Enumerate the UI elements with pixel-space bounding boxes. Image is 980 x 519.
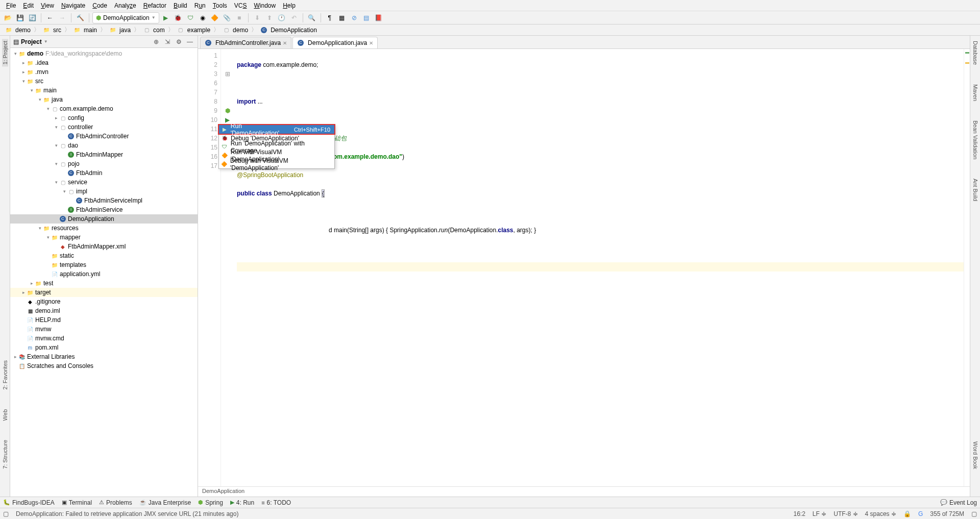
tree-pkg[interactable]: ▾▢com.example.demo — [10, 104, 198, 113]
tab-beanvalidation[interactable]: Bean Validation — [972, 118, 978, 161]
open-icon[interactable]: 📂 — [2, 12, 13, 23]
bc-class[interactable]: CDemoApplication — [258, 27, 319, 34]
tree-service[interactable]: ▾▢service — [10, 178, 198, 187]
tree-impl[interactable]: ▾▢impl — [10, 187, 198, 196]
status-box-icon[interactable]: ▢ — [971, 510, 977, 517]
block-icon[interactable]: ⊘ — [349, 12, 360, 23]
visualvm-icon[interactable]: 🔶 — [209, 12, 220, 23]
menu-navigate[interactable]: Navigate — [58, 1, 88, 10]
tool-eventlog[interactable]: 💬Event Log — [940, 499, 977, 506]
tree-src[interactable]: ▾📁src — [10, 77, 198, 86]
status-sep[interactable]: LF ≑ — [813, 510, 826, 517]
tree-pojo[interactable]: ▾▢pojo — [10, 159, 198, 168]
tree-java[interactable]: ▾📁java — [10, 95, 198, 104]
tree-templates[interactable]: 📁templates — [10, 260, 198, 269]
vcs-revert-icon[interactable]: ↶ — [288, 12, 300, 23]
tree-applicationyml[interactable]: 📄application.yml — [10, 269, 198, 279]
tree-gitignore[interactable]: ◆.gitignore — [10, 297, 198, 306]
tree-mvn[interactable]: ▸📁.mvn — [10, 67, 198, 77]
tree-target[interactable]: ▸📁target — [10, 288, 198, 297]
tab-database[interactable]: Database — [972, 39, 978, 67]
status-enc[interactable]: UTF-8 ≑ — [834, 510, 857, 517]
tab-maven[interactable]: Maven — [972, 82, 978, 103]
tab-wordbook[interactable]: Word Book — [972, 439, 978, 471]
status-translate-icon[interactable]: G — [918, 510, 923, 517]
status-toggle-icon[interactable]: ▢ — [3, 510, 9, 517]
tool-todo[interactable]: ≡6: TODO — [261, 499, 291, 506]
tree-resources[interactable]: ▾📁resources — [10, 224, 198, 233]
close-icon[interactable]: ✕ — [369, 40, 373, 46]
tab-demoapplication[interactable]: CDemoApplication.java✕ — [292, 37, 378, 48]
smart-icon[interactable]: ▦ — [336, 12, 348, 23]
forward-icon[interactable]: → — [57, 12, 68, 23]
vcs-history-icon[interactable]: 🕐 — [276, 12, 287, 23]
tab-structure[interactable]: 7: Structure — [2, 438, 8, 471]
menu-run[interactable]: Run — [191, 1, 209, 10]
tree-extlib[interactable]: ▸📚External Libraries — [10, 352, 198, 361]
menu-tools[interactable]: Tools — [210, 1, 230, 10]
menu-edit[interactable]: Edit — [20, 1, 37, 10]
stop-icon[interactable]: ■ — [234, 12, 245, 23]
tree-mvnw[interactable]: 📄mvnw — [10, 325, 198, 334]
ctx-visualvm-debug[interactable]: 🔶 Debug with VisualVM 'DemoApplication' — [219, 160, 334, 168]
coverage-icon[interactable]: 🛡 — [185, 12, 196, 23]
tree-ftbadmincontroller[interactable]: CFtbAdminController — [10, 132, 198, 141]
doc-icon[interactable]: 📕 — [373, 12, 384, 23]
tool-spring[interactable]: ⬢Spring — [198, 499, 223, 506]
menu-window[interactable]: Window — [251, 1, 279, 10]
gear-icon[interactable]: ⚙ — [174, 37, 183, 46]
tree-config[interactable]: ▸▢config — [10, 113, 198, 122]
close-icon[interactable]: ✕ — [283, 40, 287, 46]
bc-main[interactable]: 📁main — [71, 27, 99, 34]
project-tree[interactable]: ▾📁demoF:\idea_workingspace\demo ▸📁.idea … — [10, 48, 198, 497]
chevron-down-icon[interactable]: ▼ — [44, 39, 48, 44]
menu-vcs[interactable]: VCS — [231, 1, 250, 10]
tree-ftbadmin[interactable]: CFtbAdmin — [10, 168, 198, 178]
attach-icon[interactable]: 📎 — [222, 12, 233, 23]
tree-ftbadminmapper[interactable]: IFtbAdminMapper — [10, 150, 198, 159]
overview-ruler[interactable] — [964, 49, 970, 486]
tree-demoiml[interactable]: ▦demo.iml — [10, 306, 198, 315]
tool-run[interactable]: ▶4: Run — [230, 499, 254, 506]
tree-main[interactable]: ▾📁main — [10, 86, 198, 95]
bc-demo2[interactable]: ▢demo — [220, 27, 250, 34]
bc-com[interactable]: ▢com — [141, 27, 167, 34]
menu-file[interactable]: File — [3, 1, 19, 10]
save-icon[interactable]: 💾 — [14, 12, 26, 23]
locate-icon[interactable]: ⊕ — [152, 37, 161, 46]
menu-refactor[interactable]: Refactor — [140, 1, 169, 10]
code-area[interactable]: package com.example.demo; import ... //开… — [234, 49, 964, 486]
tree-ftbadminmapperxml[interactable]: ◆FtbAdminMapper.xml — [10, 242, 198, 251]
tree-pomxml[interactable]: mpom.xml — [10, 343, 198, 352]
status-mem[interactable]: 355 of 725M — [930, 510, 964, 517]
tree-test[interactable]: ▸📁test — [10, 279, 198, 288]
tab-web[interactable]: Web — [2, 407, 8, 423]
bc-java[interactable]: 📁java — [107, 27, 133, 34]
tool-terminal[interactable]: ▣Terminal — [62, 499, 92, 506]
tree-mvnwcmd[interactable]: 📄mvnw.cmd — [10, 334, 198, 343]
expand-icon[interactable]: ⇲ — [163, 37, 172, 46]
tree-idea[interactable]: ▸📁.idea — [10, 58, 198, 67]
tree-static[interactable]: 📁static — [10, 251, 198, 260]
menu-build[interactable]: Build — [170, 1, 190, 10]
tree-demoapplication[interactable]: CDemoApplication — [10, 214, 198, 224]
tree-helpmd[interactable]: 📄HELP.md — [10, 315, 198, 325]
tree-dao[interactable]: ▾▢dao — [10, 141, 198, 150]
editor-breadcrumb[interactable]: DemoApplication — [198, 486, 970, 497]
paragraph-icon[interactable]: ¶ — [324, 12, 335, 23]
tree-scratches[interactable]: 📋Scratches and Consoles — [10, 361, 198, 370]
menu-help[interactable]: Help — [280, 1, 299, 10]
line-gutter[interactable]: 1236789101112151617 — [198, 49, 221, 486]
run-icon[interactable]: ▶ — [160, 12, 172, 23]
tree-ftbadminservice[interactable]: IFtbAdminService — [10, 205, 198, 214]
tool-findbugs[interactable]: 🐛FindBugs-IDEA — [3, 499, 55, 506]
profile-icon[interactable]: ◉ — [197, 12, 208, 23]
sync-icon[interactable]: 🔄 — [27, 12, 38, 23]
tree-controller[interactable]: ▾▢controller — [10, 122, 198, 132]
menu-analyze[interactable]: Analyze — [111, 1, 139, 10]
tab-ftbadmincontroller[interactable]: CFtbAdminController.java✕ — [200, 37, 291, 48]
hide-icon[interactable]: — — [185, 37, 194, 46]
tree-ftbadminserviceimpl[interactable]: CFtbAdminServiceImpl — [10, 196, 198, 205]
bc-example[interactable]: ▢example — [175, 27, 212, 34]
build-icon[interactable]: 🔨 — [75, 12, 86, 23]
